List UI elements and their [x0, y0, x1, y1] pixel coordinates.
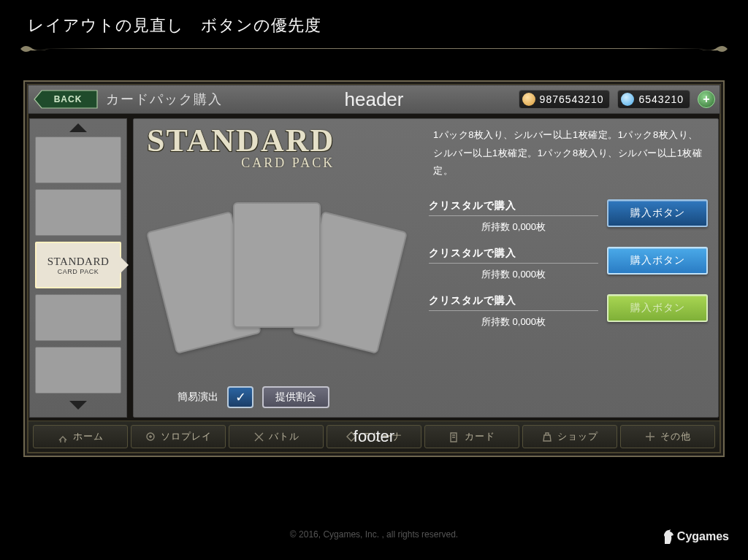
footer-overlay-label: footer — [354, 427, 394, 446]
purchase-row: クリスタルで購入 所持数 0,000枚 購入ボタン — [429, 294, 708, 329]
add-currency-button[interactable]: + — [698, 91, 715, 108]
crystal-icon — [522, 93, 535, 106]
nav-button[interactable]: ショップ — [522, 425, 617, 448]
purchase-row: クリスタルで購入 所持数 0,000枚 購入ボタン — [429, 247, 708, 281]
pack-detail-panel: STANDARD CARD PACK 1パック8枚入り、シルバー以上1枚確定。1… — [133, 118, 719, 418]
back-button-label: BACK — [33, 89, 99, 110]
screen-title: カードパック購入 — [106, 91, 223, 108]
purchase-row-title: クリスタルで購入 — [429, 247, 598, 260]
pack-side-list: STANDARD CARD PACK — [29, 118, 127, 418]
nav-icon — [57, 431, 69, 442]
nav-icon — [449, 431, 460, 442]
nav-button[interactable]: その他 — [620, 425, 715, 448]
currency-rupee-value: 6543210 — [638, 93, 684, 105]
pack-title: STANDARD — [147, 125, 335, 157]
divider — [429, 263, 598, 264]
nav-icon — [145, 431, 156, 442]
purchase-row-title: クリスタルで購入 — [429, 199, 598, 212]
back-button[interactable]: BACK — [33, 89, 99, 110]
divider — [429, 215, 598, 216]
currency-crystal[interactable]: 9876543210 — [519, 90, 611, 109]
rupee-icon — [621, 93, 634, 106]
slide-title: レイアウトの見直し ボタンの優先度 — [28, 15, 321, 37]
nav-icon — [541, 431, 553, 442]
nav-button[interactable]: ソロプレイ — [131, 425, 226, 448]
drop-rate-button[interactable]: 提供割合 — [262, 386, 329, 408]
purchase-button[interactable]: 購入ボタン — [607, 247, 708, 275]
currency-rupee[interactable]: 6543210 — [617, 90, 690, 109]
copyright: © 2016, Cygames, Inc. , all rights reser… — [0, 529, 748, 540]
pack-thumb-title: STANDARD — [47, 256, 109, 268]
nav-button-label: カード — [465, 430, 495, 443]
footer-bar: ホームソロプレイバトルアリーナカードショップその他 footer — [28, 421, 720, 453]
header-overlay-label: header — [345, 88, 404, 111]
nav-button-label: ショップ — [557, 430, 598, 443]
purchase-row-sub: 所持数 0,000枚 — [429, 315, 598, 329]
currency-crystal-value: 9876543210 — [540, 93, 604, 105]
brand-label: Cygames — [677, 530, 729, 543]
pack-thumb-selected[interactable]: STANDARD CARD PACK — [35, 242, 121, 288]
nav-icon — [644, 431, 656, 442]
divider — [429, 310, 598, 311]
nav-button[interactable]: カード — [424, 425, 519, 448]
purchase-button[interactable]: 購入ボタン — [607, 294, 708, 322]
purchase-row-title: クリスタルで購入 — [429, 294, 598, 307]
pack-thumb[interactable] — [35, 347, 121, 394]
pack-description: 1パック8枚入り、シルバー以上1枚確定。1パック8枚入り、シルバー以上1枚確定。… — [433, 126, 708, 180]
horse-icon — [663, 529, 674, 544]
title-divider — [20, 45, 728, 53]
card-icon — [233, 202, 321, 328]
pack-logo: STANDARD CARD PACK — [147, 125, 335, 171]
pack-thumb-subtitle: CARD PACK — [58, 268, 99, 275]
nav-button-label: ソロプレイ — [161, 430, 212, 443]
purchase-button[interactable]: 購入ボタン — [607, 199, 708, 227]
nav-button-label: バトル — [269, 430, 299, 443]
nav-button[interactable]: ホーム — [33, 425, 128, 448]
purchase-row-sub: 所持数 0,000枚 — [429, 220, 598, 234]
cygames-logo: Cygames — [663, 529, 729, 544]
pack-thumb[interactable] — [35, 294, 121, 341]
pack-thumb[interactable] — [35, 137, 121, 183]
header-bar: BACK カードパック購入 header 9876543210 6543210 … — [28, 85, 720, 114]
nav-button-label: その他 — [660, 430, 691, 443]
game-frame: BACK カードパック購入 header 9876543210 6543210 … — [23, 80, 725, 457]
pack-thumb[interactable] — [35, 189, 121, 236]
checkmark-icon: ✓ — [235, 389, 246, 405]
scroll-up-arrow-icon[interactable] — [69, 123, 87, 132]
pack-cards-preview — [160, 196, 401, 364]
purchase-row-sub: 所持数 0,000枚 — [429, 268, 598, 281]
purchase-options: クリスタルで購入 所持数 0,000枚 購入ボタン クリスタルで購入 所持数 0… — [429, 199, 708, 329]
nav-icon — [253, 431, 264, 442]
purchase-row: クリスタルで購入 所持数 0,000枚 購入ボタン — [429, 199, 708, 234]
nav-button-label: ホーム — [73, 430, 104, 443]
simple-animation-checkbox[interactable]: ✓ — [227, 386, 253, 408]
nav-button[interactable]: バトル — [229, 425, 324, 448]
scroll-down-arrow-icon[interactable] — [69, 401, 87, 410]
simple-animation-label: 簡易演出 — [178, 391, 218, 404]
